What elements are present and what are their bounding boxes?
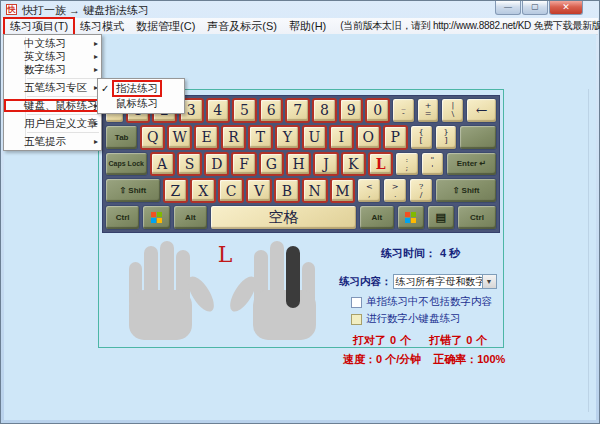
key-G: G [259,152,284,177]
key-I: I [329,125,354,150]
key-L: L [368,152,393,177]
key-ctrl-left: Ctrl [105,205,140,230]
virtual-keyboard: `1234567890_-+=|\←TabQWERTYUIOP{[}]Caps … [102,95,500,233]
checkbox-numpad-practice[interactable] [351,314,362,325]
practice-content-value: 练习所有字母和数字 [394,275,482,289]
practice-items-menu: 中文练习▸英文练习▸数字练习▸五笔练习专区▸键盘、鼠标练习▸用户自定义文章▸五笔… [3,34,102,151]
key-space: 空格 [210,205,357,230]
dropdown-item-label: 英文练习 [24,50,66,62]
close-button[interactable]: ✕ [549,1,583,15]
target-letter: L [213,242,237,267]
dropdown-item[interactable]: 英文练习▸ [4,50,101,63]
wrong-label: 打错了 [429,334,462,346]
menubar-item-1[interactable]: 练习模式 [74,18,130,35]
key-8: 8 [312,98,337,123]
key-alt-right: Alt [359,205,394,230]
key-A: A [150,152,175,177]
dropdown-item[interactable]: 中文练习▸ [4,37,101,50]
menu-bar: 练习项目(T)练习模式数据管理(C)声音及标示(S)帮助(H)(当前版本太旧，请… [2,18,598,35]
key-6: 6 [259,98,284,123]
dropdown-item[interactable]: 键盘、鼠标练习▸ [4,99,101,112]
keyboard-row: TabQWERTYUIOP{[}] [105,125,497,150]
correct-label: 打对了 [353,334,386,346]
key-minus: _- [392,98,415,123]
key-bracket-left: {[ [410,125,433,150]
key-J: J [313,152,338,177]
key-K: K [341,152,366,177]
key-win-right [397,205,425,230]
submenu-item[interactable]: ✓指法练习 [98,81,184,96]
keyboard-mouse-submenu: ✓指法练习鼠标练习 [97,78,185,114]
submenu-arrow-icon: ▸ [94,50,98,63]
accuracy-value: 100% [477,353,505,365]
menubar-item-3[interactable]: 声音及标示(S) [201,18,283,35]
windows-logo-icon [151,212,162,223]
key-comma: <, [357,178,381,203]
app-icon: 快 [6,4,17,15]
key-M: M [330,178,356,203]
dropdown-item[interactable]: 用户自定义文章▸ [4,117,101,130]
menubar-item-4[interactable]: 帮助(H) [283,18,332,35]
key-C: C [218,178,244,203]
practice-settings: 练习时间：4 秒 练习内容： 练习所有字母和数字 ▼ 单指练习中不包括数字内容 … [339,246,502,367]
key-4: 4 [206,98,231,123]
key-S: S [177,152,202,177]
dropdown-item-label: 中文练习 [24,37,66,49]
window-title: 快打一族 → 键盘指法练习 [22,3,149,18]
key-X: X [190,178,216,203]
window-controls: — ▢ ✕ [494,1,583,15]
key-D: D [204,152,229,177]
key-7: 7 [285,98,310,123]
highlighted-ring-finger [286,246,300,308]
key-T: T [248,125,273,150]
key-caps-lock: Caps Lock [105,152,148,177]
key-tab: Tab [105,125,138,150]
key-menu: ▤ [427,205,455,230]
keyboard-row: ⇧ ShiftZXCVBNM<,>.?/⇧ Shift [105,178,497,203]
key-Z: Z [163,178,189,203]
submenu-item[interactable]: 鼠标练习 [98,96,184,111]
practice-content-label: 练习内容： [339,275,392,289]
key-slash: ?/ [409,178,433,203]
menu-separator [27,96,99,97]
key-B: B [274,178,300,203]
keyboard-row: Caps LockASDFGHJKL:;"'Enter ↵ [105,152,497,177]
key-backspace: ← [466,98,497,123]
dropdown-item[interactable]: 数字练习▸ [4,63,101,76]
dropdown-item-label: 五笔练习专区 [24,81,87,93]
key-equals: += [417,98,440,123]
key-5: 5 [232,98,257,123]
wrong-unit: 个 [476,334,487,346]
key-0: 0 [365,98,390,123]
menu-separator [27,78,99,79]
dropdown-item-label: 五笔提示 [24,135,66,147]
wrong-count: 0 [466,334,472,346]
practice-content-select[interactable]: 练习所有字母和数字 ▼ [393,274,497,289]
key-shift-right: ⇧ Shift [435,178,497,203]
dropdown-item[interactable]: 五笔练习专区▸ [4,81,101,94]
menubar-item-2[interactable]: 数据管理(C) [130,18,201,35]
correct-unit: 个 [400,334,411,346]
key-enter-top [459,125,497,150]
window-inner-edge [588,89,589,412]
submenu-arrow-icon: ▸ [94,37,98,50]
accuracy-label: 正确率： [433,353,477,365]
key-semicolon: :; [395,152,418,177]
submenu-item-label: 鼠标练习 [113,96,161,111]
checkbox-exclude-digits[interactable] [351,297,362,308]
dropdown-arrow-icon[interactable]: ▼ [482,275,496,288]
dropdown-item[interactable]: 五笔提示▸ [4,135,101,148]
key-F: F [231,152,256,177]
menubar-item-0[interactable]: 练习项目(T) [4,18,74,35]
maximize-button[interactable]: ▢ [522,1,548,15]
key-N: N [302,178,328,203]
practice-content-row: 练习内容： 练习所有字母和数字 ▼ [339,274,502,289]
key-Y: Y [275,125,300,150]
checkbox-exclude-digits-label: 单指练习中不包括数字内容 [366,295,492,309]
submenu-arrow-icon: ▸ [94,135,98,148]
score-line: 打对了0个打错了0个 [339,333,502,348]
windows-logo-icon [405,212,416,223]
minimize-button[interactable]: — [495,1,521,15]
speed-value: 0 个/分钟 [376,353,421,365]
checkbox-row-exclude-digits: 单指练习中不包括数字内容 [351,295,502,309]
